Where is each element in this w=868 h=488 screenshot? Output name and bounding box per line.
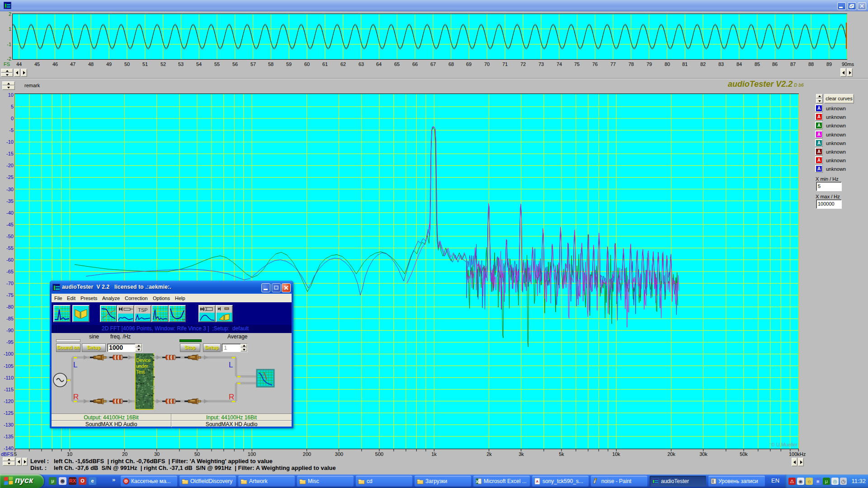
svg-text:© U.Mueller: © U.Mueller [771, 442, 798, 447]
svg-text:Test: Test [136, 369, 145, 375]
svg-text:L: L [73, 361, 77, 369]
svg-text:under: under [136, 363, 148, 369]
svg-text:A: A [536, 479, 539, 483]
svg-text:TSP: TSP [138, 307, 147, 313]
svg-text:L: L [229, 361, 233, 369]
svg-text:R: R [229, 393, 234, 401]
svg-text:R: R [73, 393, 79, 401]
svg-text:X: X [476, 479, 478, 484]
svg-text:Device: Device [136, 357, 151, 363]
svg-text:ω: ω [182, 317, 185, 321]
